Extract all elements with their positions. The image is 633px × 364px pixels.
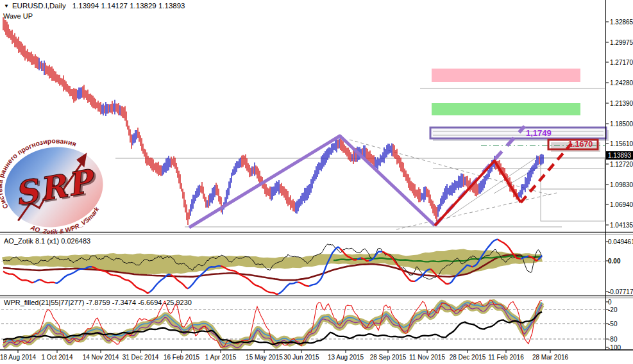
ao-signal-line (309, 247, 340, 286)
date-axis-label: 16 Feb 2015 (164, 354, 200, 361)
date-axis-label: 11 Feb 2016 (488, 354, 524, 361)
date-axis-label: 13 Aug 2015 (328, 354, 364, 361)
price-axis-label: 1.09830 (610, 181, 633, 188)
ao-khaki-band (2, 249, 543, 276)
purple-target-price-label[interactable]: 1,1749 (526, 128, 552, 138)
ao-signal-line (149, 274, 171, 292)
wpr-axis-label: -100 (608, 344, 621, 351)
symbol-period-label: EURUSD.I,Daily (12, 2, 66, 10)
date-axis-label: 18 Aug 2014 (0, 354, 37, 361)
ao-signal-line (3, 272, 34, 283)
date-axis-label: 14 Nov 2014 (83, 354, 119, 361)
ao-signal-line (34, 279, 40, 282)
ao-axis-label: -0.077171 (608, 288, 633, 295)
price-axis-label: 1.18500 (610, 120, 633, 128)
price-axis-label: 1.24280 (610, 79, 633, 87)
symbol-dropdown-icon[interactable]: ▼ (4, 3, 9, 9)
ao-axis-label: 0.049461 (608, 238, 633, 245)
price-axis-label: 1.27170 (610, 59, 633, 66)
ohlc-values: 1.13994 1.14127 1.13829 1.13893 (72, 2, 185, 10)
price-axis-label: 1.15610 (610, 140, 633, 147)
date-axis-label: 1 Apr 2015 (205, 354, 237, 361)
ao-signal-line (471, 267, 473, 267)
purple-target-box[interactable] (430, 128, 606, 138)
price-axis-label: 1.06940 (610, 201, 633, 208)
ao-axis-label: 0.00 (608, 258, 621, 265)
chart-titlebar: ▼EURUSD.I,Daily1.13994 1.14127 1.13829 1… (4, 2, 185, 10)
ao-signal-line (278, 282, 298, 294)
wpr-axis-label: -80 (608, 336, 618, 343)
date-axis-label: 28 Mar 2016 (532, 354, 569, 361)
date-axis-label: 31 Dec 2014 (122, 354, 159, 361)
date-axis-label: 1 Oct 2014 (42, 354, 73, 361)
wpr-axis-label: -50 (608, 320, 618, 327)
ao-signal-line (298, 282, 309, 286)
wpr-axis-label: 0 (608, 299, 612, 306)
price-axis-label: 1.29975 (610, 39, 633, 46)
support-zone-rect[interactable] (432, 103, 580, 115)
wpr-axis-label: -20 (608, 306, 618, 313)
price-axis-label: 1.12720 (610, 161, 633, 168)
price-axis-label: 1.04135 (610, 222, 633, 229)
date-axis-label: 28 Sep 2015 (370, 354, 407, 361)
wpr-indicator-label: WPR_filled(21|55|77|277) -7.8759 -7.3474… (4, 299, 192, 306)
date-axis-label: 15 May 2015 (246, 354, 283, 361)
price-axis-label: 1.21390 (610, 100, 633, 107)
date-axis-label: 28 Dec 2015 (450, 354, 486, 361)
trading-terminal-window: 1.328651.299751.271701.242801.213901.185… (0, 0, 633, 364)
resistance-zone-rect[interactable] (432, 69, 580, 82)
ao-signal-line (40, 279, 55, 283)
date-axis-label: 30 Jun 2015 (283, 354, 319, 361)
price-axis-label: 1.32865 (610, 19, 633, 26)
date-axis-label: 11 Nov 2015 (409, 354, 445, 361)
wave-up-annotation[interactable]: Wave UP (3, 12, 33, 20)
srp-logo: SRP SRP Система раннего прогнозирования … (1, 144, 108, 232)
ao-indicator-label: AO_Zotik 8.1 (x1) 0.026483 (4, 237, 90, 245)
logo-group: SRP SRP Система раннего прогнозирования … (0, 129, 111, 245)
red-target-price-label[interactable]: 1.1670 (568, 140, 593, 149)
current-price-tag: 1.13893 (606, 151, 633, 160)
